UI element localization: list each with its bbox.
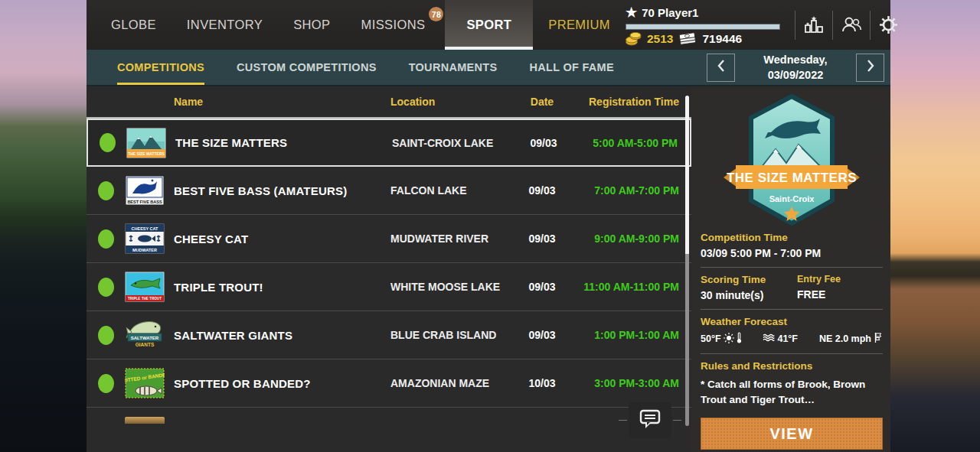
weather-forecast-values: 50°F 41°F NE 2.0 mph [701, 332, 883, 346]
competition-badge-saltwater-giants: SALTWATERGIANTS [125, 320, 174, 350]
chevron-right-icon [866, 59, 875, 76]
divider [832, 11, 833, 40]
tab-custom-competitions[interactable]: CUSTOM COMPETITIONS [237, 50, 377, 85]
level-star-icon: ★ [626, 5, 637, 21]
coins-icon [626, 32, 642, 46]
svg-text:THE SIZE MATTERS: THE SIZE MATTERS [727, 171, 857, 185]
nav-sport[interactable]: SPORT [445, 0, 533, 50]
table-row[interactable]: SPOTTED or BANDED? SPOTTED OR BANDED? AM… [87, 359, 691, 408]
svg-text:TRIPLE THE TROUT: TRIPLE THE TROUT [128, 297, 162, 301]
table-row[interactable]: CHEESY CATMUDWATER CHEESY CAT MUDWATER R… [87, 215, 691, 263]
player-level-name: 70 Player1 [642, 6, 698, 19]
competition-badge-size-matters: THE SIZE MATTERS [126, 128, 175, 158]
scoring-time-label: Scoring Time [701, 274, 797, 285]
game-window: GLOBE INVENTORY SHOP MISSIONS 78 SPORT P… [87, 0, 890, 452]
open-status-dot-icon [98, 374, 114, 393]
header-registration-time: Registration Time [569, 96, 691, 108]
thermometer-icon [737, 332, 742, 346]
svg-text:SALTWATER: SALTWATER [131, 336, 159, 340]
divider [870, 11, 871, 40]
cash-amount: 719446 [702, 32, 742, 46]
competition-emblem: THE SIZE MATTERS Saint-Croix [701, 94, 883, 226]
header-location: Location [390, 96, 515, 108]
svg-text:BEST FIVE BASS: BEST FIVE BASS [127, 200, 162, 204]
current-date: Wednesday, 03/09/2022 [735, 52, 856, 83]
background-scenery-left [0, 0, 87, 452]
table-row-partial[interactable] [87, 408, 691, 442]
open-status-dot-icon [100, 133, 116, 152]
competitions-table: Name Location Date Registration Time THE… [87, 86, 691, 452]
xp-progress-bar [626, 24, 780, 30]
air-temp-value: 50°F [701, 333, 721, 344]
divider [701, 309, 883, 310]
header-date: Date [515, 96, 569, 108]
coins-amount: 2513 [647, 32, 673, 46]
table-row[interactable]: THE SIZE MATTERS THE SIZE MATTERS SAINT-… [87, 119, 691, 167]
prev-day-button[interactable] [707, 54, 735, 82]
weather-forecast-label: Weather Forecast [701, 316, 883, 327]
competition-time-label: Competition Time [701, 232, 883, 243]
chat-button[interactable] [629, 402, 671, 438]
leaderboard-icon[interactable] [802, 15, 825, 36]
entry-fee-value: FREE [797, 288, 883, 301]
wind-value: NE 2.0 mph [819, 333, 871, 344]
competition-time-value: 03/09 5:00 PM - 7:00 PM [701, 247, 883, 259]
nav-shop[interactable]: SHOP [278, 0, 345, 50]
competitions-content: Name Location Date Registration Time THE… [87, 86, 890, 452]
table-row[interactable]: TRIPLE THE TROUT TRIPLE TROUT! WHITE MOO… [87, 263, 691, 311]
chat-bubble-icon [638, 408, 662, 434]
open-status-dot-icon [98, 326, 114, 345]
view-button[interactable]: VIEW [701, 418, 883, 450]
open-status-dot-icon [98, 229, 114, 249]
nav-premium[interactable]: PREMIUM [533, 0, 626, 50]
nav-globe[interactable]: GLOBE [96, 0, 172, 50]
open-status-dot-icon [98, 181, 114, 200]
svg-text:MUDWATER: MUDWATER [132, 248, 157, 252]
water-temp-value: 41°F [777, 333, 798, 344]
table-row[interactable]: SALTWATERGIANTS SALTWATER GIANTS BLUE CR… [87, 311, 691, 359]
wind-flag-icon [874, 332, 883, 346]
water-waves-icon [763, 333, 775, 344]
cash-icon [678, 32, 697, 45]
table-scrollbar[interactable] [685, 96, 689, 426]
entry-fee-label: Entry Fee [797, 274, 883, 285]
tab-hall-of-fame[interactable]: HALL OF FAME [529, 50, 613, 85]
svg-text:CHEESY CAT: CHEESY CAT [132, 226, 159, 231]
competition-badge-triple-trout: TRIPLE THE TROUT [125, 272, 174, 302]
friends-icon[interactable] [840, 15, 863, 35]
competition-badge-spotted-or-banded: SPOTTED or BANDED? [125, 368, 174, 398]
table-header-row: Name Location Date Registration Time [87, 86, 691, 119]
top-icon-group [788, 0, 900, 50]
competition-badge-best-five-bass: BEST FIVE BASS [125, 175, 174, 206]
tab-tournaments[interactable]: TOURNAMENTS [409, 50, 498, 85]
open-status-dot-icon [98, 278, 114, 297]
top-nav-bar: GLOBE INVENTORY SHOP MISSIONS 78 SPORT P… [87, 0, 890, 50]
sun-icon [724, 333, 734, 346]
svg-text:THE SIZE MATTERS: THE SIZE MATTERS [128, 151, 165, 156]
divider [701, 353, 883, 354]
sport-sub-nav: COMPETITIONS CUSTOM COMPETITIONS TOURNAM… [87, 50, 890, 86]
header-name: Name [174, 96, 390, 108]
svg-text:Saint-Croix: Saint-Croix [769, 194, 815, 203]
chevron-left-icon [717, 59, 726, 76]
nav-inventory[interactable]: INVENTORY [172, 0, 278, 50]
divider [795, 11, 795, 40]
next-competition-badge-partial [125, 417, 165, 424]
table-row[interactable]: BEST FIVE BASS BEST FIVE BASS (AMATEURS)… [87, 167, 691, 215]
rules-text: * Catch all forms of Brook, Brown Trout … [701, 377, 883, 407]
competition-badge-cheesy-cat: CHEESY CATMUDWATER [125, 223, 174, 254]
player-info: ★ 70 Player1 2513 719446 [626, 0, 780, 50]
date-navigator: Wednesday, 03/09/2022 [707, 50, 884, 85]
next-day-button[interactable] [856, 54, 884, 82]
background-scenery-right [890, 0, 980, 452]
missions-count-badge: 78 [429, 7, 443, 21]
competition-detail-panel: THE SIZE MATTERS Saint-Croix Competition… [691, 86, 890, 452]
svg-text:GIANTS: GIANTS [136, 342, 155, 347]
tab-competitions[interactable]: COMPETITIONS [117, 50, 204, 85]
settings-gear-icon[interactable] [877, 15, 900, 35]
rules-label: Rules and Restrictions [701, 360, 883, 372]
scoring-time-value: 30 minute(s) [701, 289, 797, 301]
nav-missions[interactable]: MISSIONS 78 [346, 0, 446, 50]
